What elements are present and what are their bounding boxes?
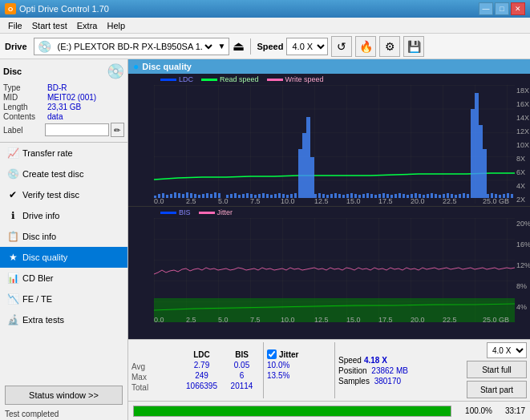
speed-select[interactable]: 4.0 X 1.0 X 2.0 X 6.0 X 8.0 X <box>286 38 328 55</box>
separator <box>250 38 251 55</box>
settings-button[interactable]: ⚙ <box>379 36 400 57</box>
label-input[interactable] <box>45 123 109 136</box>
svg-rect-45 <box>246 193 249 198</box>
jitter-checkbox[interactable] <box>267 349 277 359</box>
nav-label-cd-bler: CD Bler <box>22 273 54 283</box>
drive-select-input[interactable]: (E:) PLEXTOR BD-R PX-LB950SA 1.06 <box>55 41 215 52</box>
bottom-legend: BIS Jitter <box>128 207 530 218</box>
chart-header: ● Disc quality <box>128 59 530 74</box>
svg-rect-35 <box>310 157 314 198</box>
label-label: Label <box>3 126 45 135</box>
svg-text:12%: 12% <box>516 261 530 269</box>
speed-position-col: Speed 4.18 X Position 23862 MB Samples 3… <box>338 355 408 386</box>
bottom-chart: BIS Jitter <box>128 207 530 339</box>
label-edit-button[interactable]: ✏ <box>111 123 124 137</box>
drive-selector[interactable]: 💿 (E:) PLEXTOR BD-R PX-LB950SA 1.06 ▼ <box>34 38 230 55</box>
svg-rect-26 <box>198 195 200 198</box>
disc-quality-icon: ★ <box>6 251 19 264</box>
top-legend: LDC Read speed Write speed <box>128 74 530 85</box>
top-chart: LDC Read speed Write speed <box>128 74 530 207</box>
drive-label: Drive <box>5 42 27 51</box>
avg-label: Avg <box>131 361 180 372</box>
top-chart-svg: 300 200 100 0 18X 16X 14X 12X 10X 8X 6X … <box>154 85 530 204</box>
main-area: Disc 💿 Type BD-R MID MEIT02 (001) Length… <box>0 59 530 420</box>
jitter-total-placeholder <box>267 381 331 392</box>
disc-icon[interactable]: 💿 <box>107 63 124 80</box>
title-bar: O Opti Drive Control 1.70 — □ ✕ <box>0 0 530 18</box>
menu-start-test[interactable]: Start test <box>27 19 72 32</box>
svg-text:20.0: 20.0 <box>411 316 425 322</box>
svg-text:16%: 16% <box>516 240 530 248</box>
svg-rect-43 <box>238 195 241 198</box>
burn-button[interactable]: 🔥 <box>355 36 376 57</box>
menu-help[interactable]: Help <box>102 19 130 32</box>
sidebar-item-fe-te[interactable]: 📉 FE / TE <box>0 289 127 309</box>
mid-label: MID <box>3 93 47 102</box>
ldc-total: 1066395 <box>180 381 224 391</box>
jitter-legend: Jitter <box>199 208 233 216</box>
menu-file[interactable]: File <box>3 19 27 32</box>
sidebar-item-extra-tests[interactable]: 🔬 Extra tests <box>0 309 127 330</box>
ldc-avg: 2.79 <box>180 360 224 370</box>
nav-label-transfer-rate: Transfer rate <box>22 148 73 158</box>
mid-value: MEIT02 (001) <box>47 93 96 102</box>
svg-rect-103 <box>511 194 513 198</box>
progress-bar-fill <box>134 406 451 416</box>
sidebar-item-verify-test[interactable]: ✔ Verify test disc <box>0 184 127 205</box>
svg-text:18X: 18X <box>516 87 529 95</box>
bottom-chart-svg: 10 9 8 7 6 5 4 3 2 1 20% 16% 12% 8% 4% <box>154 218 530 322</box>
speed-setting-select[interactable]: 4.0 X <box>487 342 527 358</box>
svg-rect-39 <box>483 149 487 198</box>
action-col: 4.0 X Start full Start part <box>467 342 527 398</box>
bis-legend-dot <box>160 212 176 214</box>
svg-rect-94 <box>459 194 461 198</box>
minimize-button[interactable]: — <box>479 2 493 15</box>
start-full-button[interactable]: Start full <box>467 361 527 378</box>
svg-rect-65 <box>342 195 345 198</box>
read-speed-legend-dot <box>201 79 217 81</box>
svg-rect-81 <box>407 195 409 198</box>
chart-title: Disc quality <box>142 62 192 71</box>
svg-text:2.5: 2.5 <box>186 316 196 322</box>
disc-type-row: Type BD-R <box>3 83 124 92</box>
save-button[interactable]: 💾 <box>403 36 424 57</box>
svg-rect-52 <box>274 194 277 198</box>
svg-rect-96 <box>467 194 469 198</box>
sidebar-item-create-test[interactable]: 💿 Create test disc <box>0 164 127 184</box>
sidebar-item-drive-info[interactable]: ℹ Drive info <box>0 205 127 226</box>
close-button[interactable]: ✕ <box>511 2 525 15</box>
status-window-button[interactable]: Status window >> <box>5 386 123 405</box>
maximize-button[interactable]: □ <box>495 2 509 15</box>
nav-label-create-test: Create test disc <box>22 169 83 179</box>
extra-tests-icon: 🔬 <box>6 313 19 326</box>
svg-rect-80 <box>403 194 405 198</box>
position-value: 23862 MB <box>371 366 408 375</box>
write-speed-legend-label: Write speed <box>285 75 324 83</box>
sidebar-item-disc-quality[interactable]: ★ Disc quality <box>0 247 127 268</box>
charts-area: LDC Read speed Write speed <box>128 74 530 339</box>
svg-rect-78 <box>394 194 397 198</box>
eject-icon[interactable]: ⏏ <box>233 38 245 54</box>
write-speed-legend: Write speed <box>267 75 324 83</box>
svg-rect-37 <box>475 93 479 198</box>
app-title: Opti Drive Control 1.70 <box>19 4 109 14</box>
sidebar-item-disc-info[interactable]: 📋 Disc info <box>0 226 127 247</box>
nav-label-fe-te: FE / TE <box>22 294 52 304</box>
svg-rect-49 <box>262 193 265 198</box>
write-speed-legend-dot <box>267 79 283 81</box>
svg-text:7.5: 7.5 <box>250 316 261 322</box>
refresh-button[interactable]: ↺ <box>331 36 352 57</box>
svg-rect-79 <box>399 193 401 198</box>
disc-label-row: Label ✏ <box>3 123 124 137</box>
svg-rect-62 <box>330 194 333 198</box>
svg-rect-51 <box>270 195 273 198</box>
start-part-button[interactable]: Start part <box>467 381 527 398</box>
svg-rect-27 <box>202 194 204 198</box>
nav-label-disc-info: Disc info <box>22 232 56 241</box>
sidebar-item-cd-bler[interactable]: 📊 CD Bler <box>0 268 127 289</box>
svg-text:10X: 10X <box>516 141 529 149</box>
sidebar-item-transfer-rate[interactable]: 📈 Transfer rate <box>0 143 127 164</box>
menu-extra[interactable]: Extra <box>72 19 103 32</box>
disc-title: Disc <box>3 67 22 76</box>
svg-text:12X: 12X <box>516 127 529 135</box>
